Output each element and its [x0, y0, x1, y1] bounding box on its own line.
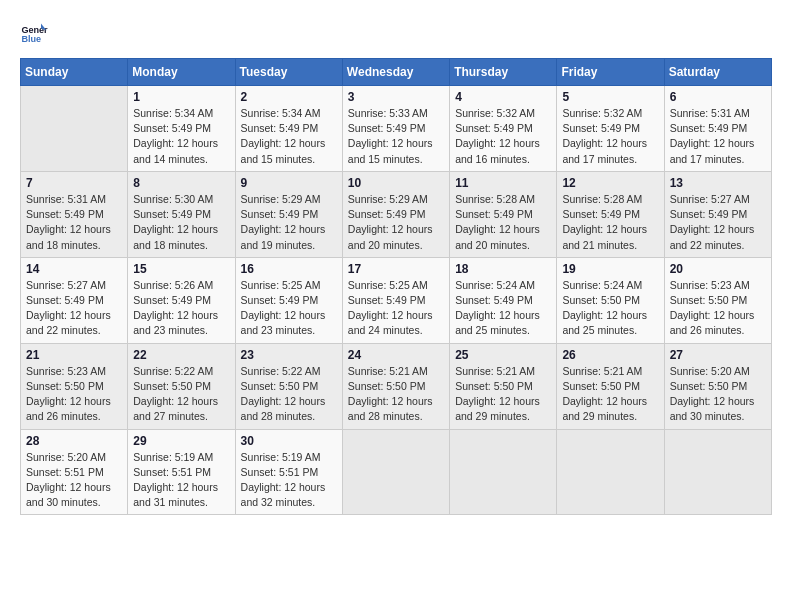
day-number: 18 [455, 262, 551, 276]
day-info: Sunrise: 5:29 AMSunset: 5:49 PMDaylight:… [348, 192, 444, 253]
day-info: Sunrise: 5:33 AMSunset: 5:49 PMDaylight:… [348, 106, 444, 167]
calendar-cell: 25Sunrise: 5:21 AMSunset: 5:50 PMDayligh… [450, 343, 557, 429]
calendar-table: SundayMondayTuesdayWednesdayThursdayFrid… [20, 58, 772, 515]
day-header-thursday: Thursday [450, 59, 557, 86]
day-info: Sunrise: 5:32 AMSunset: 5:49 PMDaylight:… [455, 106, 551, 167]
day-info: Sunrise: 5:25 AMSunset: 5:49 PMDaylight:… [348, 278, 444, 339]
day-number: 22 [133, 348, 229, 362]
day-number: 25 [455, 348, 551, 362]
page-header: General Blue [20, 20, 772, 48]
day-header-monday: Monday [128, 59, 235, 86]
day-number: 14 [26, 262, 122, 276]
day-number: 11 [455, 176, 551, 190]
calendar-cell [21, 86, 128, 172]
day-number: 12 [562, 176, 658, 190]
calendar-cell: 14Sunrise: 5:27 AMSunset: 5:49 PMDayligh… [21, 257, 128, 343]
day-number: 21 [26, 348, 122, 362]
day-number: 5 [562, 90, 658, 104]
day-number: 27 [670, 348, 766, 362]
day-info: Sunrise: 5:34 AMSunset: 5:49 PMDaylight:… [133, 106, 229, 167]
calendar-cell: 1Sunrise: 5:34 AMSunset: 5:49 PMDaylight… [128, 86, 235, 172]
logo: General Blue [20, 20, 52, 48]
day-info: Sunrise: 5:21 AMSunset: 5:50 PMDaylight:… [455, 364, 551, 425]
day-info: Sunrise: 5:29 AMSunset: 5:49 PMDaylight:… [241, 192, 337, 253]
day-info: Sunrise: 5:25 AMSunset: 5:49 PMDaylight:… [241, 278, 337, 339]
day-number: 16 [241, 262, 337, 276]
calendar-cell: 13Sunrise: 5:27 AMSunset: 5:49 PMDayligh… [664, 171, 771, 257]
calendar-cell: 20Sunrise: 5:23 AMSunset: 5:50 PMDayligh… [664, 257, 771, 343]
day-number: 3 [348, 90, 444, 104]
calendar-cell: 11Sunrise: 5:28 AMSunset: 5:49 PMDayligh… [450, 171, 557, 257]
calendar-cell: 19Sunrise: 5:24 AMSunset: 5:50 PMDayligh… [557, 257, 664, 343]
day-info: Sunrise: 5:26 AMSunset: 5:49 PMDaylight:… [133, 278, 229, 339]
day-info: Sunrise: 5:31 AMSunset: 5:49 PMDaylight:… [26, 192, 122, 253]
day-info: Sunrise: 5:21 AMSunset: 5:50 PMDaylight:… [562, 364, 658, 425]
day-number: 2 [241, 90, 337, 104]
calendar-cell: 28Sunrise: 5:20 AMSunset: 5:51 PMDayligh… [21, 429, 128, 515]
calendar-cell: 16Sunrise: 5:25 AMSunset: 5:49 PMDayligh… [235, 257, 342, 343]
day-number: 19 [562, 262, 658, 276]
svg-text:Blue: Blue [21, 34, 41, 44]
calendar-cell: 26Sunrise: 5:21 AMSunset: 5:50 PMDayligh… [557, 343, 664, 429]
day-number: 24 [348, 348, 444, 362]
svg-text:General: General [21, 25, 48, 35]
calendar-cell: 4Sunrise: 5:32 AMSunset: 5:49 PMDaylight… [450, 86, 557, 172]
calendar-header: SundayMondayTuesdayWednesdayThursdayFrid… [21, 59, 772, 86]
calendar-cell: 18Sunrise: 5:24 AMSunset: 5:49 PMDayligh… [450, 257, 557, 343]
calendar-cell: 12Sunrise: 5:28 AMSunset: 5:49 PMDayligh… [557, 171, 664, 257]
day-info: Sunrise: 5:19 AMSunset: 5:51 PMDaylight:… [241, 450, 337, 511]
day-info: Sunrise: 5:31 AMSunset: 5:49 PMDaylight:… [670, 106, 766, 167]
day-number: 26 [562, 348, 658, 362]
day-info: Sunrise: 5:19 AMSunset: 5:51 PMDaylight:… [133, 450, 229, 511]
day-info: Sunrise: 5:27 AMSunset: 5:49 PMDaylight:… [670, 192, 766, 253]
day-header-friday: Friday [557, 59, 664, 86]
logo-icon: General Blue [20, 20, 48, 48]
calendar-cell [450, 429, 557, 515]
day-info: Sunrise: 5:30 AMSunset: 5:49 PMDaylight:… [133, 192, 229, 253]
calendar-cell [342, 429, 449, 515]
calendar-week-5: 28Sunrise: 5:20 AMSunset: 5:51 PMDayligh… [21, 429, 772, 515]
calendar-body: 1Sunrise: 5:34 AMSunset: 5:49 PMDaylight… [21, 86, 772, 515]
day-number: 6 [670, 90, 766, 104]
day-info: Sunrise: 5:22 AMSunset: 5:50 PMDaylight:… [241, 364, 337, 425]
calendar-cell: 22Sunrise: 5:22 AMSunset: 5:50 PMDayligh… [128, 343, 235, 429]
day-info: Sunrise: 5:34 AMSunset: 5:49 PMDaylight:… [241, 106, 337, 167]
day-info: Sunrise: 5:27 AMSunset: 5:49 PMDaylight:… [26, 278, 122, 339]
calendar-cell: 17Sunrise: 5:25 AMSunset: 5:49 PMDayligh… [342, 257, 449, 343]
day-info: Sunrise: 5:23 AMSunset: 5:50 PMDaylight:… [670, 278, 766, 339]
calendar-cell: 2Sunrise: 5:34 AMSunset: 5:49 PMDaylight… [235, 86, 342, 172]
calendar-cell [664, 429, 771, 515]
day-number: 9 [241, 176, 337, 190]
day-number: 10 [348, 176, 444, 190]
day-info: Sunrise: 5:32 AMSunset: 5:49 PMDaylight:… [562, 106, 658, 167]
calendar-week-4: 21Sunrise: 5:23 AMSunset: 5:50 PMDayligh… [21, 343, 772, 429]
day-header-sunday: Sunday [21, 59, 128, 86]
day-number: 15 [133, 262, 229, 276]
day-info: Sunrise: 5:21 AMSunset: 5:50 PMDaylight:… [348, 364, 444, 425]
calendar-cell: 24Sunrise: 5:21 AMSunset: 5:50 PMDayligh… [342, 343, 449, 429]
day-number: 17 [348, 262, 444, 276]
calendar-cell: 30Sunrise: 5:19 AMSunset: 5:51 PMDayligh… [235, 429, 342, 515]
calendar-cell: 5Sunrise: 5:32 AMSunset: 5:49 PMDaylight… [557, 86, 664, 172]
day-number: 23 [241, 348, 337, 362]
day-info: Sunrise: 5:28 AMSunset: 5:49 PMDaylight:… [455, 192, 551, 253]
day-info: Sunrise: 5:20 AMSunset: 5:50 PMDaylight:… [670, 364, 766, 425]
calendar-cell: 10Sunrise: 5:29 AMSunset: 5:49 PMDayligh… [342, 171, 449, 257]
day-number: 8 [133, 176, 229, 190]
calendar-cell [557, 429, 664, 515]
day-header-saturday: Saturday [664, 59, 771, 86]
calendar-cell: 29Sunrise: 5:19 AMSunset: 5:51 PMDayligh… [128, 429, 235, 515]
days-of-week-row: SundayMondayTuesdayWednesdayThursdayFrid… [21, 59, 772, 86]
day-number: 28 [26, 434, 122, 448]
day-number: 29 [133, 434, 229, 448]
calendar-week-2: 7Sunrise: 5:31 AMSunset: 5:49 PMDaylight… [21, 171, 772, 257]
calendar-cell: 21Sunrise: 5:23 AMSunset: 5:50 PMDayligh… [21, 343, 128, 429]
calendar-week-1: 1Sunrise: 5:34 AMSunset: 5:49 PMDaylight… [21, 86, 772, 172]
calendar-week-3: 14Sunrise: 5:27 AMSunset: 5:49 PMDayligh… [21, 257, 772, 343]
calendar-cell: 23Sunrise: 5:22 AMSunset: 5:50 PMDayligh… [235, 343, 342, 429]
day-info: Sunrise: 5:24 AMSunset: 5:50 PMDaylight:… [562, 278, 658, 339]
calendar-cell: 6Sunrise: 5:31 AMSunset: 5:49 PMDaylight… [664, 86, 771, 172]
day-number: 20 [670, 262, 766, 276]
day-info: Sunrise: 5:24 AMSunset: 5:49 PMDaylight:… [455, 278, 551, 339]
day-info: Sunrise: 5:28 AMSunset: 5:49 PMDaylight:… [562, 192, 658, 253]
